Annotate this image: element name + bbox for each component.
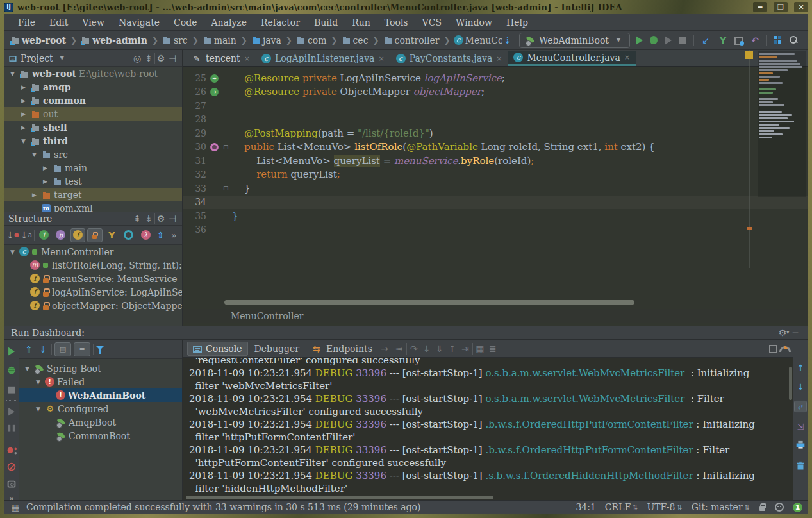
code-line-27[interactable]: 27: [183, 99, 808, 113]
group-methods-toggle[interactable]: Y: [104, 228, 119, 242]
rollback-icon[interactable]: ↶: [749, 35, 761, 46]
stop-button[interactable]: [679, 37, 686, 44]
menu-item-file[interactable]: File: [11, 14, 42, 30]
menu-item-analyze[interactable]: Analyze: [204, 14, 254, 30]
breadcrumb-item-java[interactable]: java: [251, 35, 283, 46]
expander-icon[interactable]: ▶: [19, 97, 28, 104]
menu-item-edit[interactable]: Edit: [42, 14, 75, 30]
expander-icon[interactable]: ▶: [30, 192, 38, 198]
expander-icon[interactable]: ▼: [19, 138, 28, 144]
vcs-branch-icon[interactable]: Y: [717, 35, 729, 46]
show-lambdas-toggle[interactable]: λ: [138, 228, 153, 242]
tree-item-target[interactable]: ▶target: [4, 188, 182, 201]
code-line-30[interactable]: 30⊟ public List<MenuVo> listOfRole(@Path…: [183, 140, 808, 155]
code-line-25[interactable]: 25 @Resource private LogApiInService log…: [183, 71, 808, 85]
console-tab-debugger[interactable]: Debugger: [249, 342, 304, 356]
code-line-31[interactable]: 31 List<MenuVo> queryList = menuService.…: [183, 154, 808, 168]
console-tab-console[interactable]: Console: [187, 342, 248, 356]
close-icon[interactable]: ×: [496, 54, 502, 63]
step-over-icon[interactable]: ↷: [408, 343, 420, 355]
expander-icon[interactable]: ▼: [30, 151, 38, 158]
scroll-to-end-icon[interactable]: ⇲: [795, 422, 806, 432]
show-execution-point-icon[interactable]: ➟: [394, 343, 405, 355]
console-settings-icon[interactable]: ≣: [487, 343, 499, 355]
tree-item-failed[interactable]: ▼Failed: [19, 375, 182, 388]
console-horizontal-scrollbar[interactable]: [186, 496, 493, 499]
filter-icon[interactable]: [96, 346, 105, 355]
breadcrumb-item-com[interactable]: com: [295, 35, 328, 46]
tree-item-objectmapper-objectmapper[interactable]: objectMapper: ObjectMapper: [4, 299, 182, 312]
stop-icon[interactable]: [8, 387, 15, 394]
update-project-icon[interactable]: ↙: [700, 35, 711, 46]
expander-icon[interactable]: ▶: [41, 178, 49, 185]
code-line-28[interactable]: 28: [183, 113, 808, 127]
tree-item-web-root[interactable]: ▼web-rootE:\gitee\web-root: [4, 67, 182, 80]
updates-icon[interactable]: ⇣: [502, 35, 513, 46]
console-vertical-scrollbar[interactable]: [789, 367, 792, 400]
menu-item-window[interactable]: Window: [449, 14, 499, 30]
status-widget-34-1[interactable]: 34:1: [576, 502, 595, 512]
tree-item-listofrole-long-string-int-list[interactable]: listOfRole(Long, String, int): List<: [4, 258, 182, 272]
tree-item-commonboot[interactable]: CommonBoot: [19, 429, 182, 442]
rerun-icon[interactable]: [8, 347, 15, 356]
inspect-icon[interactable]: [769, 345, 777, 353]
show-properties-toggle[interactable]: p: [53, 228, 68, 242]
view-breakpoints-icon[interactable]: [7, 446, 16, 455]
arrow-up-icon[interactable]: ↑: [795, 363, 806, 373]
breadcrumb-item-web-root[interactable]: web-root: [10, 35, 67, 46]
expander-icon[interactable]: ▼: [23, 365, 31, 372]
code-line-26[interactable]: 26 @Resource private ObjectMapper object…: [183, 85, 808, 99]
expander-icon[interactable]: ▶: [19, 111, 28, 117]
notification-badge[interactable]: 1: [793, 503, 802, 512]
force-step-into-icon[interactable]: ⇓: [434, 343, 445, 355]
gear-icon[interactable]: ⚙: [155, 53, 167, 64]
arrow-down-icon[interactable]: ↓: [795, 382, 806, 392]
soft-wrap-toggle[interactable]: ⇄: [794, 401, 807, 412]
fold-marker-icon[interactable]: ⊟: [223, 144, 232, 151]
minimap[interactable]: [758, 51, 806, 197]
lock-icon[interactable]: [759, 503, 766, 512]
tree-item-configured[interactable]: ▼Configured: [19, 402, 182, 415]
overflow-icon[interactable]: »: [168, 230, 179, 241]
tree-item-amqp[interactable]: ▶amqp: [4, 80, 182, 94]
menu-item-run[interactable]: Run: [345, 14, 377, 30]
tree-item-spring-boot[interactable]: ▼Spring Boot: [19, 362, 182, 375]
code-line-32[interactable]: 32 return queryList;: [183, 168, 808, 182]
project-panel-title-button[interactable]: Project ▼: [8, 53, 68, 64]
coverage-button[interactable]: [665, 36, 672, 45]
tree-item-pom-xml[interactable]: pom.xml: [4, 201, 182, 212]
warning-stripe-mark[interactable]: [745, 51, 753, 59]
tree-item-amqpboot[interactable]: AmqpBoot: [19, 415, 182, 429]
tree-item-menuservice-menuservice[interactable]: menuService: MenuService: [4, 272, 182, 285]
tree-item-webadminboot[interactable]: WebAdminBoot: [19, 388, 182, 402]
sort-by-visibility-icon[interactable]: ↓●: [7, 230, 19, 241]
tree-item-main[interactable]: ▶main: [4, 161, 182, 174]
console-log[interactable]: 'requestContextFilter' configured succes…: [183, 358, 793, 495]
tree-item-shell[interactable]: ▶shell: [4, 121, 182, 134]
sort-alphabetically-icon[interactable]: ↓a: [21, 230, 32, 241]
expander-icon[interactable]: ▶: [19, 124, 28, 131]
expand-all-icon[interactable]: ⇓: [37, 344, 49, 355]
hide-panel-icon[interactable]: ⊣: [167, 213, 178, 224]
search-everywhere-icon[interactable]: [789, 35, 799, 45]
menu-item-view[interactable]: View: [75, 14, 112, 30]
debug-icon[interactable]: [8, 367, 15, 374]
step-out-icon[interactable]: ↑: [447, 343, 458, 355]
expander-icon[interactable]: ▼: [8, 249, 17, 255]
expander-icon[interactable]: ▼: [34, 379, 42, 385]
tree-item-common[interactable]: ▶common: [4, 94, 182, 107]
run-button[interactable]: [636, 36, 643, 45]
tree-item-logapiinservice-logapiinservice[interactable]: logApiInService: LogApiInService: [4, 285, 182, 299]
group-by-type-toggle[interactable]: ≣: [74, 342, 90, 356]
show-configurations-toggle[interactable]: ▤: [54, 342, 71, 356]
editor-tab-menucontroller-java[interactable]: MenuController.java×: [508, 51, 636, 66]
status-widget-utf-8[interactable]: UTF-8⇅: [647, 502, 682, 512]
breadcrumb-item-web-admin[interactable]: web-admin: [80, 35, 149, 46]
expander-icon[interactable]: ▶: [41, 165, 49, 171]
evaluate-expression-icon[interactable]: ▦: [474, 343, 486, 355]
collapse-all-icon[interactable]: ⇑: [23, 344, 35, 355]
menu-item-tools[interactable]: Tools: [377, 14, 415, 30]
editor-horizontal-scrollbar[interactable]: [224, 300, 634, 305]
fold-marker-icon[interactable]: ⊟: [223, 185, 232, 192]
close-icon[interactable]: ×: [624, 53, 630, 62]
